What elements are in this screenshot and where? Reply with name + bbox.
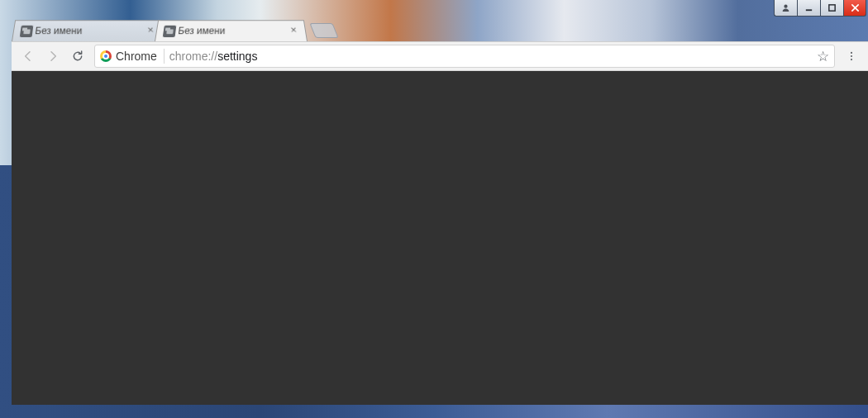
svg-point-4 [851,55,852,57]
browser-menu-button[interactable] [840,45,863,68]
sad-page-icon [163,26,177,37]
address-url: chrome://settings [169,50,258,63]
arrow-left-icon [21,50,35,63]
address-scheme: chrome:// [169,50,217,63]
maximize-button[interactable] [820,0,843,17]
maximize-icon [827,3,837,12]
browser-window: Без имени × Без имени × [12,17,868,405]
tab-active[interactable]: Без имени × [155,20,308,41]
tab-close-button[interactable]: × [145,26,156,36]
window-caption-buttons [774,0,866,17]
chrome-icon [100,50,112,62]
reload-button[interactable] [66,45,89,68]
tab-inactive[interactable]: Без имени × [12,20,165,41]
forward-button[interactable] [41,45,64,68]
tab-title: Без имени [35,26,83,36]
svg-point-0 [784,5,787,8]
svg-point-3 [851,52,852,54]
close-window-button[interactable] [843,0,866,17]
svg-rect-1 [806,9,812,11]
reload-icon [71,50,84,63]
new-tab-button[interactable] [309,23,338,38]
svg-rect-2 [829,5,835,11]
address-chip-label: Chrome [116,50,157,63]
sad-page-icon [20,26,34,37]
close-icon [851,3,860,12]
address-path: settings [217,50,257,63]
minimize-button[interactable] [797,0,820,17]
svg-point-5 [851,59,852,60]
address-bar-actions: ☆ [817,48,829,65]
minimize-icon [804,3,813,12]
tab-close-button[interactable]: × [289,26,299,36]
address-bar[interactable]: Chrome chrome://settings ☆ [94,45,835,68]
kebab-menu-icon [846,50,857,62]
address-chrome-chip: Chrome [100,49,165,64]
tab-strip: Без имени × Без имени × [12,17,868,41]
profile-caption-button[interactable] [774,0,797,17]
desktop-background: Без имени × Без имени × [0,0,868,418]
toolbar: Chrome chrome://settings ☆ [12,41,868,71]
back-button[interactable] [17,45,40,68]
page-content [12,71,868,405]
tab-title: Без имени [178,26,226,36]
user-icon [781,3,790,12]
arrow-right-icon [46,50,60,63]
bookmark-star-button[interactable]: ☆ [817,48,829,65]
